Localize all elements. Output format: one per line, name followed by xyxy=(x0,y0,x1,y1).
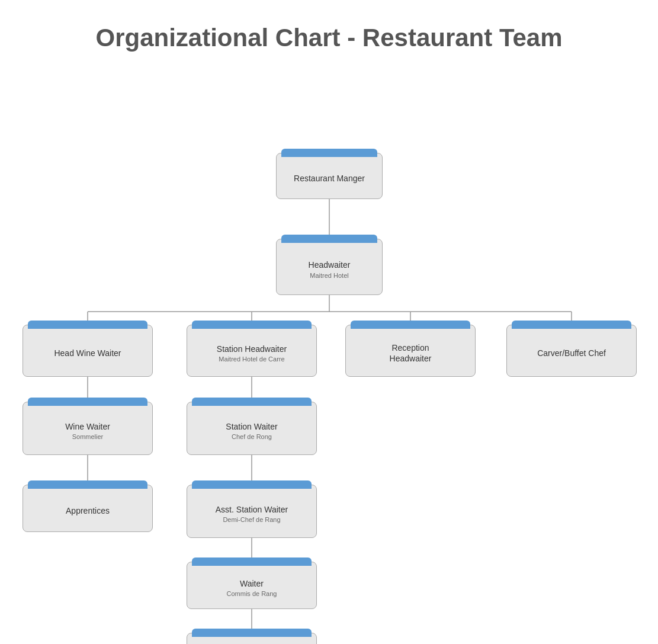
headwaiter-subtitle: Maitred Hotel xyxy=(310,272,348,279)
apprentices-right-node: Apprentices xyxy=(187,633,317,644)
station-headwaiter-subtitle: Maitred Hotel de Carre xyxy=(219,355,284,363)
restaurant-manager-label: Restaurant Manger xyxy=(294,173,365,184)
station-headwaiter-label: Station Headwaiter xyxy=(217,344,287,354)
reception-headwaiter-label: Reception Headwaiter xyxy=(390,342,432,364)
head-wine-waiter-node: Head Wine Waiter xyxy=(23,325,153,377)
carver-buffet-chef-label: Carver/Buffet Chef xyxy=(537,348,606,358)
apprentices-left-node: Apprentices xyxy=(23,485,153,532)
station-waiter-node: Station Waiter Chef de Rong xyxy=(187,402,317,455)
asst-station-waiter-node: Asst. Station Waiter Demi-Chef de Rang xyxy=(187,485,317,538)
station-headwaiter-node: Station Headwaiter Maitred Hotel de Carr… xyxy=(187,325,317,377)
station-waiter-label: Station Waiter xyxy=(226,421,277,432)
restaurant-manager-node: Restaurant Manger xyxy=(276,153,383,199)
station-waiter-subtitle: Chef de Rong xyxy=(232,433,272,440)
wine-waiter-label: Wine Waiter xyxy=(65,421,110,432)
page-title: Organizational Chart - Restaurant Team xyxy=(0,0,658,70)
apprentices-left-label: Apprentices xyxy=(66,505,110,516)
wine-waiter-subtitle: Sommelier xyxy=(72,433,104,440)
asst-station-waiter-subtitle: Demi-Chef de Rang xyxy=(223,516,280,523)
headwaiter-label: Headwaiter xyxy=(309,259,351,270)
reception-headwaiter-node: Reception Headwaiter xyxy=(345,325,476,377)
waiter-node: Waiter Commis de Rang xyxy=(187,562,317,609)
wine-waiter-node: Wine Waiter Sommelier xyxy=(23,402,153,455)
asst-station-waiter-label: Asst. Station Waiter xyxy=(216,504,288,515)
head-wine-waiter-label: Head Wine Waiter xyxy=(54,348,121,358)
headwaiter-node: Headwaiter Maitred Hotel xyxy=(276,239,383,295)
carver-buffet-chef-node: Carver/Buffet Chef xyxy=(506,325,637,377)
waiter-label: Waiter xyxy=(240,578,264,589)
waiter-subtitle: Commis de Rang xyxy=(227,590,277,597)
